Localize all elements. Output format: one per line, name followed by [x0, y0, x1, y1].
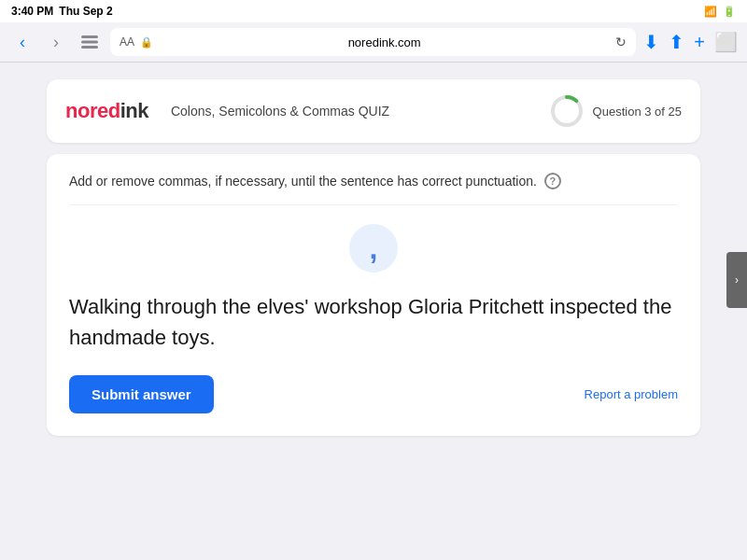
quiz-title: Colons, Semicolons & Commas QUIZ: [171, 104, 389, 119]
download-button[interactable]: ⬇: [643, 31, 659, 53]
card-actions: Submit answer Report a problem: [69, 375, 678, 413]
new-tab-button[interactable]: +: [694, 32, 705, 53]
logo: noredink: [65, 99, 148, 123]
question-counter: Question 3 of 25: [593, 105, 682, 119]
share-button[interactable]: ⬆: [669, 31, 684, 53]
progress-area: Question 3 of 25: [550, 94, 682, 128]
page-content: noredink Colons, Semicolons & Commas QUI…: [0, 63, 747, 453]
instruction-bar: Add or remove commas, if necessary, unti…: [69, 173, 678, 205]
address-bar[interactable]: AA 🔒 noredink.com ↻: [110, 28, 636, 56]
url-display: noredink.com: [159, 35, 610, 49]
browser-chrome: ‹ › AA 🔒 noredink.com ↻ ⬇ ⬆ + ⬜: [0, 22, 747, 63]
status-bar-left: 3:40 PM Thu Sep 2: [11, 5, 113, 18]
lock-icon: 🔒: [140, 36, 153, 49]
logo-ink: ink: [120, 99, 148, 123]
instruction-text: Add or remove commas, if necessary, unti…: [69, 174, 537, 189]
comma-area: ,: [69, 205, 678, 282]
svg-rect-2: [81, 46, 98, 49]
svg-rect-0: [81, 35, 98, 38]
sentence-text: Walking through the elves' workshop Glor…: [69, 282, 678, 375]
battery-icon: 🔋: [723, 6, 736, 18]
reload-icon[interactable]: ↻: [615, 35, 627, 49]
status-bar: 3:40 PM Thu Sep 2 📶 🔋: [0, 0, 747, 22]
bookmarks-button[interactable]: [77, 29, 103, 55]
time-display: 3:40 PM: [11, 5, 53, 18]
forward-button[interactable]: ›: [43, 29, 69, 55]
comma-bubble[interactable]: ,: [349, 224, 398, 273]
svg-rect-1: [81, 41, 98, 44]
tabs-button[interactable]: ⬜: [714, 31, 738, 53]
submit-answer-button[interactable]: Submit answer: [69, 375, 214, 413]
logo-no: no: [65, 99, 90, 123]
side-handle[interactable]: ›: [726, 252, 747, 308]
quiz-card: Add or remove commas, if necessary, unti…: [47, 154, 700, 436]
date-display: Thu Sep 2: [59, 5, 112, 18]
font-size-label: AA: [120, 35, 134, 49]
report-problem-link[interactable]: Report a problem: [585, 387, 678, 401]
wifi-icon: 📶: [704, 6, 717, 18]
status-bar-right: 📶 🔋: [704, 6, 736, 18]
progress-circle: [550, 94, 584, 128]
toolbar-actions: ⬇ ⬆ + ⬜: [643, 31, 738, 53]
header-card: noredink Colons, Semicolons & Commas QUI…: [47, 79, 700, 143]
back-button[interactable]: ‹: [9, 29, 35, 55]
help-button[interactable]: ?: [544, 173, 561, 189]
logo-red: red: [90, 99, 120, 123]
